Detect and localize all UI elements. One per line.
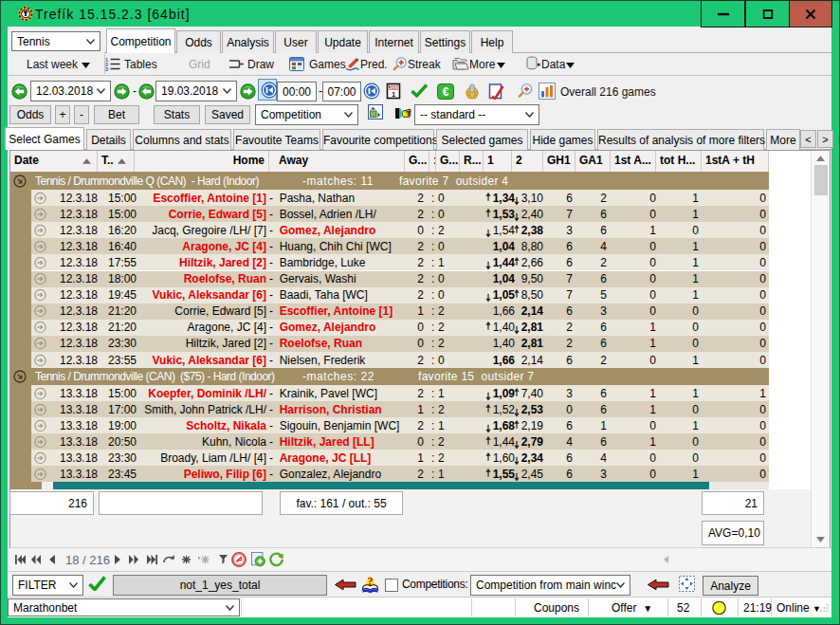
svg-text:€: € (443, 85, 449, 99)
svg-text:3: 3 (105, 66, 108, 71)
svg-text:?: ? (367, 574, 374, 588)
